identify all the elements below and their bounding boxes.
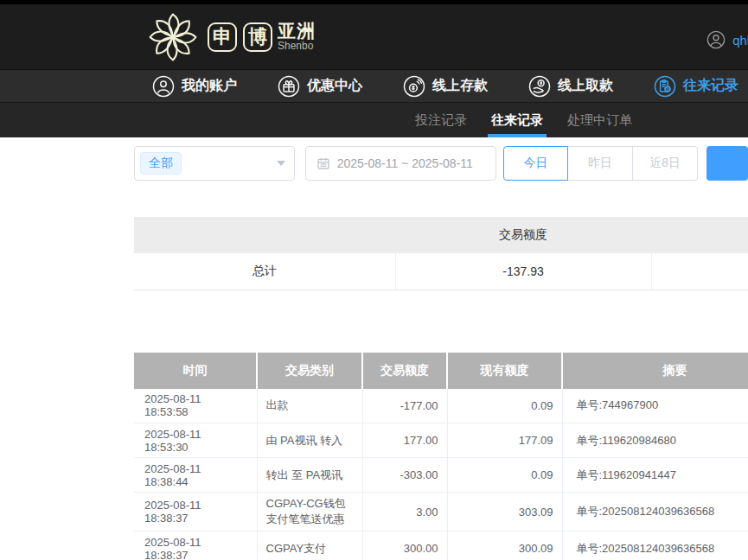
last-8-days-button[interactable]: 近8日: [633, 146, 698, 181]
summary-total-value: -137.93: [395, 253, 651, 290]
logo-region-text: 亚洲: [278, 22, 316, 41]
col-balance: 现有额度: [447, 353, 562, 389]
nav-item-transaction-records[interactable]: 往来记录: [654, 75, 738, 98]
table-row: 2025-08-11 18:38:44 转出 至 PA视讯 -303.00 0.…: [134, 458, 748, 493]
site-logo[interactable]: 申 博 亚洲 Shenbo: [144, 9, 316, 66]
flower-logo-icon: [144, 9, 202, 66]
nav-item-deposit[interactable]: 线上存款: [403, 75, 488, 98]
record-tabs: 投注记录 往来记录 处理中订单: [0, 103, 748, 137]
transactions-header-row: 时间 交易类别 交易额度 现有额度 摘要: [134, 353, 748, 389]
col-amount: 交易额度: [362, 353, 447, 389]
nav-item-label: 优惠中心: [307, 77, 362, 95]
cell-time: 2025-08-11 18:53:30: [134, 423, 257, 458]
cell-amount: 3.00: [362, 493, 447, 531]
nav-item-label: 我的账户: [182, 77, 237, 95]
transactions-table: 时间 交易类别 交易额度 现有额度 摘要 2025-08-11 18:53:58…: [134, 353, 748, 560]
cell-balance: 303.09: [447, 493, 562, 531]
table-row: 2025-08-11 18:38:37 CGPAY支付 300.00 300.0…: [134, 531, 748, 560]
tab-label: 往来记录: [491, 112, 543, 129]
cell-type: CGPAY支付: [257, 531, 362, 560]
cell-memo: 单号:202508124039636568: [562, 531, 748, 560]
tab-transaction-records[interactable]: 往来记录: [491, 103, 543, 137]
summary-header-amount: 交易额度: [395, 217, 651, 253]
cell-time: 2025-08-11 18:38:44: [134, 458, 257, 493]
cell-type: 转出 至 PA视讯: [257, 458, 362, 493]
cell-balance: 0.09: [447, 389, 562, 423]
cell-amount: -177.00: [362, 389, 447, 423]
cell-memo: 单号:119620941447: [562, 458, 748, 493]
cell-memo: 单号:202508124039636568: [562, 493, 748, 531]
col-memo: 摘要: [562, 353, 748, 389]
logo-char-shen: 申: [208, 22, 237, 52]
cell-amount: 300.00: [362, 531, 447, 560]
summary-table: 交易额度 总计 -137.93: [134, 217, 748, 290]
selected-type-tag[interactable]: 全部: [140, 152, 182, 175]
nav-item-label: 线上取款: [558, 77, 613, 95]
table-row: 2025-08-11 18:38:37 CGPAY-CG钱包支付笔笔送优惠 3.…: [134, 493, 748, 531]
cell-time: 2025-08-11 18:38:37: [134, 531, 257, 560]
table-row: 2025-08-11 18:53:30 由 PA视讯 转入 177.00 177…: [134, 423, 748, 458]
cell-balance: 0.09: [447, 458, 562, 493]
chevron-down-icon: [277, 161, 285, 166]
cell-balance: 300.09: [447, 531, 562, 560]
account-icon: [152, 75, 175, 98]
logo-subtitle: Shenbo: [278, 41, 316, 52]
nav-item-withdraw[interactable]: 线上取款: [528, 75, 613, 98]
tab-label: 处理中订单: [567, 112, 632, 129]
nav-item-label: 线上存款: [432, 77, 488, 95]
username-text[interactable]: qhhw: [732, 33, 748, 48]
cell-amount: -303.00: [362, 458, 447, 493]
type-select[interactable]: 全部: [134, 146, 295, 181]
user-avatar-icon: [706, 30, 726, 49]
filter-bar: 全部 2025-08-11 ~ 2025-08-11 今日 昨日 近8日: [134, 146, 748, 181]
quick-date-buttons: 今日 昨日 近8日: [503, 146, 698, 181]
promo-gift-icon: [278, 75, 300, 98]
summary-header-empty: [134, 217, 395, 253]
cell-memo: 单号:119620984680: [562, 423, 748, 458]
today-button[interactable]: 今日: [503, 146, 568, 181]
tab-betting-records[interactable]: 投注记录: [415, 103, 467, 137]
cell-time: 2025-08-11 18:38:37: [134, 493, 257, 531]
summary-header-empty: [651, 217, 748, 253]
calendar-icon: [316, 156, 330, 170]
summary-total-label: 总计: [134, 253, 395, 290]
col-time: 时间: [134, 353, 257, 389]
records-icon: [654, 75, 676, 98]
site-header: 申 博 亚洲 Shenbo qhhw: [0, 4, 748, 69]
table-row: 2025-08-11 18:53:58 出款 -177.00 0.09 单号:7…: [134, 389, 748, 423]
nav-item-label: 往来记录: [683, 77, 738, 95]
date-range-value: 2025-08-11 ~ 2025-08-11: [337, 156, 473, 170]
nav-item-my-account[interactable]: 我的账户: [152, 75, 237, 98]
user-account-area[interactable]: qhhw: [706, 30, 748, 49]
yesterday-button[interactable]: 昨日: [568, 146, 633, 181]
cell-type: 由 PA视讯 转入: [257, 423, 362, 458]
summary-empty-cell: [651, 253, 748, 290]
cell-amount: 177.00: [362, 423, 447, 458]
cell-type: 出款: [257, 389, 362, 423]
query-button-partial[interactable]: [706, 146, 748, 181]
date-range-input[interactable]: 2025-08-11 ~ 2025-08-11: [305, 146, 496, 181]
nav-item-promotions[interactable]: 优惠中心: [278, 75, 362, 98]
main-content: 全部 2025-08-11 ~ 2025-08-11 今日 昨日 近8日 交易额…: [0, 146, 748, 560]
summary-header-row: 交易额度: [134, 217, 748, 253]
cell-balance: 177.09: [447, 423, 562, 458]
cell-time: 2025-08-11 18:53:58: [134, 389, 257, 423]
summary-total-row: 总计 -137.93: [134, 253, 748, 290]
withdraw-icon: [528, 75, 551, 98]
col-type: 交易类别: [257, 353, 362, 389]
tab-pending-orders[interactable]: 处理中订单: [567, 103, 632, 137]
cell-memo: 单号:744967900: [562, 389, 748, 423]
cell-type: CGPAY-CG钱包支付笔笔送优惠: [257, 493, 362, 531]
tab-label: 投注记录: [415, 112, 467, 129]
deposit-icon: [403, 75, 425, 98]
logo-char-bo: 博: [243, 22, 272, 52]
main-nav: 我的账户 优惠中心 线上存款 线上取款 往来记录: [0, 69, 748, 103]
